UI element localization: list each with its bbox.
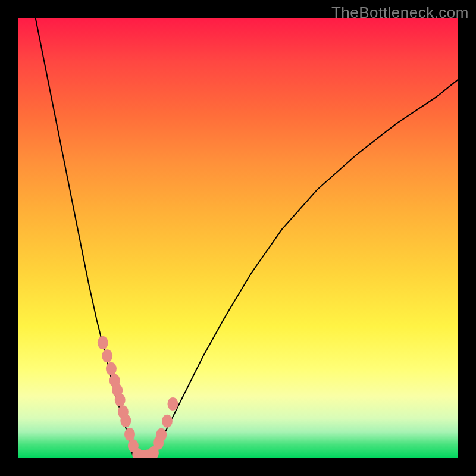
highlight-dot: [162, 415, 173, 428]
plot-area: [18, 18, 458, 458]
chart-overlay: [18, 18, 458, 458]
bottleneck-curve-right: [150, 80, 458, 458]
highlight-dot: [168, 397, 178, 411]
chart-frame: TheBottleneck.com: [0, 0, 476, 476]
highlight-dot: [106, 362, 117, 375]
highlight-dot: [115, 393, 126, 406]
highlight-dot: [124, 428, 135, 441]
highlight-dots-group: [98, 336, 178, 458]
highlight-dot: [98, 336, 108, 349]
highlight-dot: [120, 414, 131, 427]
highlight-dot: [156, 428, 167, 441]
highlight-dot: [102, 349, 112, 362]
